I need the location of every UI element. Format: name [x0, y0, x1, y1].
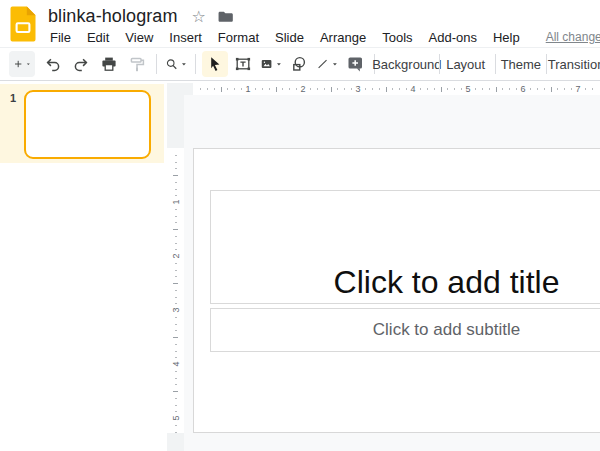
slide-editing-surface[interactable]: Click to add title Click to add subtitle: [193, 148, 600, 433]
ruler-tick: [175, 276, 177, 277]
insert-comment-button[interactable]: [342, 51, 368, 77]
v-ruler-number-1: 1: [171, 197, 181, 208]
theme-button[interactable]: Theme: [502, 51, 541, 77]
ruler-tick: [175, 398, 177, 399]
background-button[interactable]: Background: [381, 51, 433, 77]
menu-item-arrange[interactable]: Arrange: [312, 28, 374, 47]
ruler-tick: [420, 88, 421, 90]
ruler-tick: [175, 182, 177, 183]
ruler-tick: [379, 88, 380, 90]
paint-format-button[interactable]: [124, 51, 150, 77]
slide-filmstrip[interactable]: 1: [0, 81, 164, 451]
ruler-tick: [175, 222, 177, 223]
v-ruler-number-5: 5: [171, 413, 181, 424]
ruler-tick: [227, 88, 228, 90]
title-placeholder[interactable]: Click to add title: [210, 190, 600, 304]
menu-item-add-ons[interactable]: Add-ons: [421, 28, 485, 47]
ruler-tick: [551, 87, 552, 92]
ruler-tick: [175, 155, 177, 156]
ruler-tick: [289, 88, 290, 90]
document-title-row: blinka-hologram ☆: [48, 6, 234, 27]
transition-button[interactable]: Transition: [553, 51, 599, 77]
menu-item-tools[interactable]: Tools: [374, 28, 420, 47]
insert-line-button[interactable]: [314, 51, 340, 77]
ruler-tick: [386, 87, 387, 92]
menu-item-help[interactable]: Help: [485, 28, 528, 47]
ruler-tick: [489, 88, 490, 90]
ruler-tick: [175, 344, 177, 345]
ruler-tick: [175, 263, 177, 264]
toolbar-separator: [439, 54, 440, 74]
ruler-tick: [496, 87, 497, 92]
save-status-link[interactable]: All changes saved in Drive: [546, 30, 600, 44]
ruler-tick: [241, 88, 242, 90]
menu-item-edit[interactable]: Edit: [79, 28, 117, 47]
ruler-tick: [175, 384, 177, 385]
vertical-ruler: 12345: [167, 83, 184, 451]
h-ruler-number-4: 4: [408, 84, 418, 94]
menu-item-format[interactable]: Format: [210, 28, 267, 47]
slide-number: 1: [10, 92, 16, 104]
undo-button[interactable]: [40, 51, 66, 77]
ruler-tick: [175, 189, 177, 190]
ruler-tick: [537, 88, 538, 90]
ruler-tick: [544, 88, 545, 90]
menu-item-file[interactable]: File: [42, 28, 79, 47]
document-title[interactable]: blinka-hologram: [48, 6, 178, 27]
v-ruler-number-3: 3: [171, 305, 181, 316]
ruler-tick: [282, 88, 283, 90]
menu-item-slide[interactable]: Slide: [267, 28, 312, 47]
ruler-tick: [173, 229, 178, 230]
ruler-tick: [269, 88, 270, 90]
ruler-tick: [317, 88, 318, 90]
ruler-tick: [461, 88, 462, 90]
folder-icon[interactable]: [217, 9, 234, 24]
slide-thumbnail[interactable]: [24, 90, 151, 159]
star-icon[interactable]: ☆: [192, 9, 206, 25]
undo-icon: [44, 55, 62, 73]
slides-logo[interactable]: [9, 5, 37, 43]
ruler-tick: [173, 391, 178, 392]
insert-image-button[interactable]: [258, 51, 284, 77]
ruler-tick: [175, 317, 177, 318]
print-button[interactable]: [96, 51, 122, 77]
zoom-icon: [165, 55, 178, 73]
ruler-tick: [296, 88, 297, 90]
layout-button[interactable]: Layout: [446, 51, 489, 77]
ruler-tick: [221, 87, 222, 92]
redo-icon: [72, 55, 90, 73]
menu-item-view[interactable]: View: [117, 28, 161, 47]
paint-roller-icon: [128, 55, 146, 73]
ruler-tick: [557, 88, 558, 90]
filmstrip-slide-1[interactable]: 1: [0, 84, 164, 163]
ruler-tick: [175, 371, 177, 372]
insert-shape-button[interactable]: [286, 51, 312, 77]
new-slide-button[interactable]: [9, 51, 35, 77]
ruler-tick: [592, 88, 593, 90]
ruler-tick: [564, 88, 565, 90]
ruler-tick: [173, 283, 178, 284]
title-placeholder-text: Click to add title: [334, 264, 560, 301]
zoom-button[interactable]: [163, 51, 189, 77]
ruler-tick: [310, 88, 311, 90]
ruler-tick: [175, 351, 177, 352]
redo-button[interactable]: [68, 51, 94, 77]
ruler-tick: [434, 88, 435, 90]
ruler-tick: [234, 88, 235, 90]
ruler-tick: [509, 88, 510, 90]
menu-item-insert[interactable]: Insert: [161, 28, 210, 47]
comment-icon: [346, 55, 365, 74]
chevron-down-icon: [332, 60, 338, 68]
text-box-tool-button[interactable]: [230, 51, 256, 77]
content-area: 1 1234567 12345 Click to add title Click…: [0, 81, 600, 451]
plus-icon: [13, 55, 23, 73]
ruler-tick: [175, 297, 177, 298]
subtitle-placeholder[interactable]: Click to add subtitle: [210, 308, 600, 352]
toolbar-separator: [495, 54, 496, 74]
ruler-tick: [200, 88, 201, 90]
ruler-tick: [175, 209, 177, 210]
ruler-tick: [530, 88, 531, 90]
ruler-tick: [324, 88, 325, 90]
chevron-down-icon: [276, 60, 282, 68]
select-tool-button[interactable]: [202, 51, 228, 77]
